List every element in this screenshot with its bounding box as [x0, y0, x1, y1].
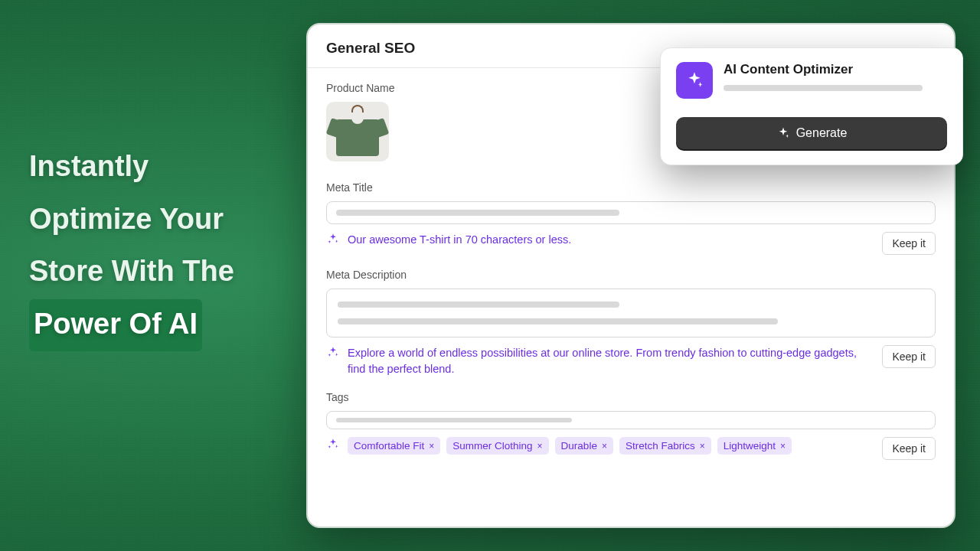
keep-tags-button[interactable]: Keep it — [882, 437, 936, 460]
remove-chip-icon[interactable]: × — [700, 441, 705, 452]
headline-line-1: Instantly — [29, 142, 234, 191]
ai-sparkle-icon — [676, 62, 713, 99]
generate-button-label: Generate — [796, 126, 848, 140]
remove-chip-icon[interactable]: × — [537, 441, 543, 452]
tag-chip-label: Durable — [561, 440, 597, 452]
seo-panel: General SEO Product Name Meta Title Our … — [306, 23, 956, 528]
meta-description-input[interactable] — [326, 289, 936, 337]
sparkle-icon — [326, 345, 340, 359]
keep-meta-title-button[interactable]: Keep it — [882, 232, 936, 255]
headline-line-4: Power Of AI — [29, 299, 234, 352]
meta-title-input[interactable] — [326, 201, 936, 224]
remove-chip-icon[interactable]: × — [429, 441, 434, 452]
product-thumbnail[interactable] — [326, 102, 389, 161]
ai-card-title: AI Content Optimizer — [724, 62, 947, 77]
meta-title-suggestion: Our awesome T-shirt in 70 characters or … — [348, 232, 874, 248]
sparkle-icon — [326, 437, 340, 451]
ai-optimizer-card: AI Content Optimizer Generate — [660, 47, 963, 165]
headline-line-2: Optimize Your — [29, 194, 234, 244]
tag-chip[interactable]: Lightweight× — [717, 437, 792, 455]
tshirt-icon — [336, 119, 379, 156]
headline-highlight: Power Of AI — [29, 299, 202, 352]
placeholder-bar — [338, 302, 619, 308]
sparkle-icon — [776, 126, 790, 140]
generate-button[interactable]: Generate — [676, 117, 947, 149]
marketing-headline: Instantly Optimize Your Store With The P… — [29, 142, 234, 354]
tag-chip[interactable]: Durable× — [555, 437, 613, 455]
meta-title-label: Meta Title — [326, 181, 936, 194]
tag-chip-list: Comfortable Fit×Summer Clothing×Durable×… — [348, 437, 874, 455]
remove-chip-icon[interactable]: × — [602, 441, 607, 452]
placeholder-bar — [724, 85, 923, 91]
tag-chip-label: Summer Clothing — [452, 440, 532, 452]
tags-input[interactable] — [326, 411, 936, 429]
remove-chip-icon[interactable]: × — [780, 441, 786, 452]
tag-chip[interactable]: Stretch Fabrics× — [619, 437, 711, 455]
meta-description-label: Meta Description — [326, 269, 936, 281]
tag-chip-label: Comfortable Fit — [354, 440, 424, 452]
keep-meta-description-button[interactable]: Keep it — [882, 345, 936, 368]
tag-chip[interactable]: Summer Clothing× — [446, 437, 548, 455]
tag-chip-label: Stretch Fabrics — [626, 440, 695, 452]
tags-label: Tags — [326, 391, 936, 403]
headline-line-3: Store With The — [29, 246, 234, 296]
tag-chip[interactable]: Comfortable Fit× — [348, 437, 440, 455]
tag-chip-label: Lightweight — [724, 440, 776, 452]
placeholder-bar — [336, 418, 572, 422]
hanger-icon — [351, 105, 364, 112]
placeholder-bar — [338, 318, 778, 324]
meta-description-suggestion: Explore a world of endless possibilities… — [348, 345, 874, 377]
placeholder-bar — [336, 210, 619, 216]
sparkle-icon — [326, 232, 340, 246]
